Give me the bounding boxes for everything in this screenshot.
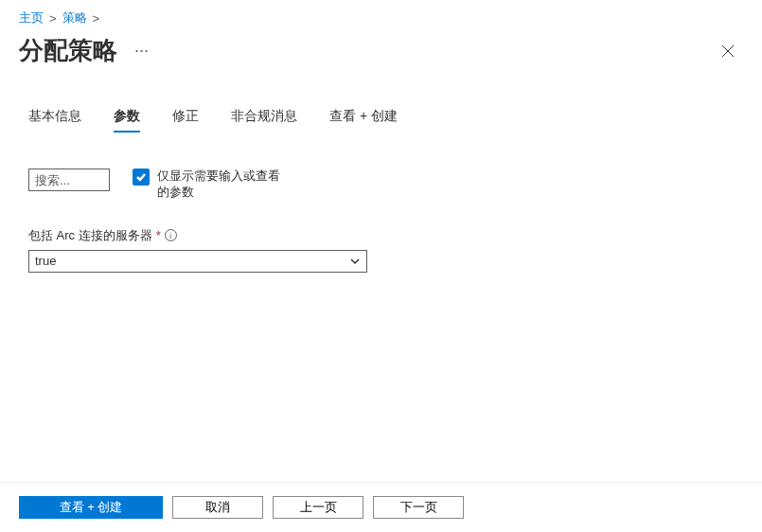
checkmark-icon bbox=[135, 171, 147, 183]
breadcrumb-home[interactable]: 主页 bbox=[19, 9, 44, 27]
close-icon bbox=[721, 44, 735, 58]
more-button[interactable]: ··· bbox=[134, 41, 149, 61]
required-asterisk: * bbox=[156, 228, 161, 242]
chevron-right-icon: > bbox=[93, 11, 100, 26]
cancel-button[interactable]: 取消 bbox=[172, 496, 263, 519]
close-button[interactable] bbox=[713, 36, 743, 66]
page-title: 分配策略 bbox=[19, 34, 117, 67]
tab-remediation[interactable]: 修正 bbox=[172, 102, 199, 133]
tabs: 基本信息 参数 修正 非合规消息 查看 + 创建 bbox=[28, 81, 734, 133]
tab-basic-info[interactable]: 基本信息 bbox=[28, 102, 81, 133]
chevron-down-icon bbox=[349, 256, 361, 267]
footer-actions: 查看 + 创建 取消 上一页 下一页 bbox=[0, 482, 762, 532]
chevron-right-icon: > bbox=[49, 11, 57, 26]
review-create-button[interactable]: 查看 + 创建 bbox=[19, 496, 163, 519]
arc-servers-select[interactable]: true bbox=[28, 250, 367, 273]
next-button[interactable]: 下一页 bbox=[373, 496, 464, 519]
tab-noncompliance[interactable]: 非合规消息 bbox=[231, 102, 297, 133]
only-required-params-label: 仅显示需要输入或查看的参数 bbox=[157, 168, 290, 201]
info-icon[interactable]: i bbox=[165, 229, 177, 241]
breadcrumb-policy[interactable]: 策略 bbox=[62, 9, 87, 27]
tab-parameters[interactable]: 参数 bbox=[114, 102, 140, 133]
breadcrumb: 主页 > 策略 > bbox=[0, 0, 762, 30]
title-bar: 分配策略 ··· bbox=[0, 30, 762, 80]
arc-servers-label: 包括 Arc 连接的服务器 * i bbox=[28, 227, 734, 244]
arc-servers-value: true bbox=[35, 254, 56, 268]
search-input[interactable] bbox=[28, 168, 110, 191]
only-required-params-checkbox[interactable] bbox=[133, 168, 150, 186]
tab-review-create[interactable]: 查看 + 创建 bbox=[329, 102, 398, 133]
previous-button[interactable]: 上一页 bbox=[273, 496, 363, 519]
